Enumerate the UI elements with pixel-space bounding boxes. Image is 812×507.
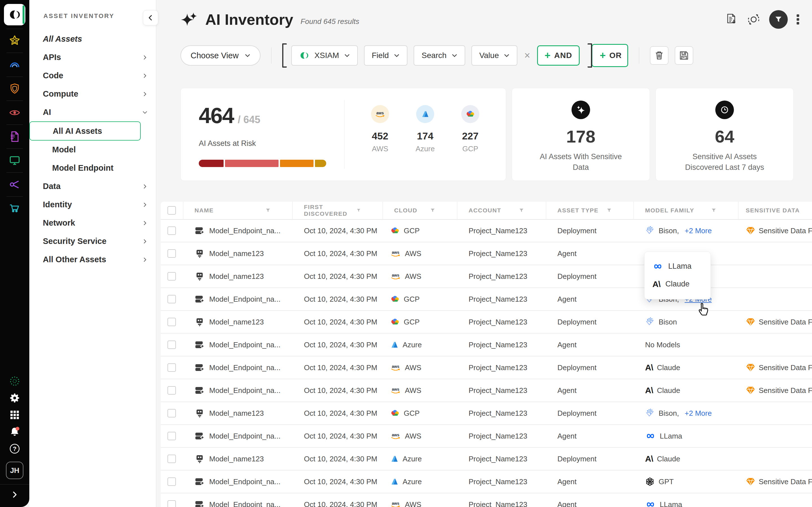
column-header-model-family[interactable]: MODEL FAMILY [634,202,739,219]
table-row[interactable]: Model_Endpoint_na... Oct 10, 2024, 4:30 … [161,494,812,507]
export-report-button[interactable] [725,13,738,26]
model-more-link[interactable]: +2 More [684,409,712,418]
sidebar-item-data[interactable]: Data [29,177,156,195]
table-row[interactable]: Model_Endpoint_na... Oct 10, 2024, 4:30 … [161,379,812,402]
table-row[interactable]: Model_Endpoint_na... Oct 10, 2024, 4:30 … [161,220,812,242]
add-or-button[interactable]: + OR [592,44,628,67]
row-checkbox[interactable] [167,249,176,258]
sidebar-item-compute[interactable]: Compute [29,85,156,103]
remove-filter-icon[interactable]: × [524,50,530,61]
table-row[interactable]: Model_Endpoint_na... Oct 10, 2024, 4:30 … [161,288,812,311]
filter-button[interactable] [769,10,788,29]
row-checkbox[interactable] [167,272,176,281]
expand-rail-chevron-icon[interactable] [6,486,23,503]
row-checkbox[interactable] [167,363,176,372]
table-row[interactable]: Model_Endpoint_na... Oct 10, 2024, 4:30 … [161,356,812,379]
asset-name-cell[interactable]: Model_Endpoint_na... [183,494,293,507]
asset-name-cell[interactable]: Model_Endpoint_na... [183,288,293,310]
settings-gear-icon[interactable] [6,390,23,406]
row-checkbox[interactable] [167,477,176,486]
column-filter-icon[interactable] [711,208,716,213]
sidebar-item-security-service[interactable]: Security Service [29,232,156,250]
row-checkbox[interactable] [167,226,176,235]
save-query-button[interactable] [675,46,693,65]
table-row[interactable]: Model_name123 Oct 10, 2024, 4:30 PM aws … [161,242,812,265]
asset-name-cell[interactable]: Model_name123 [183,402,293,424]
column-filter-icon[interactable] [430,208,435,213]
column-filter-icon[interactable] [266,208,270,213]
column-header-sensitive-data[interactable]: SENSITIVE DATA [739,202,812,219]
row-checkbox[interactable] [167,500,176,507]
column-header-asset-type[interactable]: ASSET TYPE [546,202,634,219]
column-filter-icon[interactable] [357,208,361,213]
sidebar-item-all-ai-assets[interactable]: All AI Assets [29,121,141,140]
favorites-star-icon[interactable] [6,33,23,49]
asset-name-cell[interactable]: Model_Endpoint_na... [183,356,293,379]
delete-query-button[interactable] [650,46,668,65]
threat-eye-icon[interactable] [6,104,23,121]
sidebar-item-model[interactable]: Model [29,140,156,159]
column-header-name[interactable]: NAME [183,202,293,219]
sidebar-item-code[interactable]: Code [29,66,156,85]
table-row[interactable]: Model_name123 Oct 10, 2024, 4:30 PM Azur… [161,448,812,471]
column-header-first-discovered[interactable]: FIRST DISCOVERED [293,202,383,219]
asset-name-cell[interactable]: Model_name123 [183,311,293,333]
table-row[interactable]: Model_name123 Oct 10, 2024, 4:30 PM aws … [161,265,812,288]
table-row[interactable]: Model_Endpoint_na... Oct 10, 2024, 4:30 … [161,334,812,356]
asset-name-cell[interactable]: Model_Endpoint_na... [183,471,293,493]
source-dropdown[interactable]: XSIAM [291,45,357,66]
apps-grid-icon[interactable] [6,406,23,424]
kebab-menu-icon[interactable] [796,13,800,25]
asset-name-cell[interactable]: Model_name123 [183,448,293,470]
sidebar-item-all-assets[interactable]: All Assets [29,30,156,48]
column-header-account[interactable]: ACCOUNT [457,202,546,219]
column-filter-icon[interactable] [519,208,524,213]
row-checkbox[interactable] [167,318,176,326]
row-checkbox[interactable] [167,386,176,395]
row-checkbox[interactable] [167,295,176,303]
sidebar-item-network[interactable]: Network [29,214,156,232]
sidebar-item-apis[interactable]: APIs [29,48,156,66]
help-icon[interactable]: ? [6,440,23,457]
field-dropdown[interactable]: Field [364,45,408,66]
choose-view-dropdown[interactable]: Choose View [181,45,260,66]
sidebar-item-all-other-assets[interactable]: All Other Assets [29,250,156,269]
add-and-button[interactable]: + AND [537,45,580,66]
integrations-branch-icon[interactable] [6,176,23,193]
collapse-sidebar-button[interactable] [143,10,158,25]
table-row[interactable]: Model_name123 Oct 10, 2024, 4:30 PM GCP … [161,311,812,334]
asset-name-cell[interactable]: Model_Endpoint_na... [183,334,293,356]
asset-name-cell[interactable]: Model_Endpoint_na... [183,379,293,401]
sync-status-icon[interactable] [6,373,23,390]
model-more-link[interactable]: +2 More [684,226,712,235]
popup-item-llama[interactable]: LLama [652,262,703,271]
avatar[interactable]: JH [6,462,23,479]
observability-arc-icon[interactable] [6,56,23,73]
row-checkbox[interactable] [167,455,176,463]
value-dropdown[interactable]: Value [471,45,518,66]
sidebar-item-model-endpoint[interactable]: Model Endpoint [29,159,156,177]
endpoint-monitor-icon[interactable] [6,152,23,169]
refresh-sync-button[interactable] [747,12,761,26]
table-row[interactable]: Model_Endpoint_na... Oct 10, 2024, 4:30 … [161,425,812,448]
column-filter-icon[interactable] [607,208,612,213]
asset-name-cell[interactable]: Model_Endpoint_na... [183,220,293,242]
asset-name-cell[interactable]: Model_name123 [183,242,293,265]
asset-name-cell[interactable]: Model_Endpoint_na... [183,425,293,447]
popup-item-claude[interactable]: A\ Claude [652,279,703,289]
notifications-bell-icon[interactable] [6,424,23,440]
table-row[interactable]: Model_name123 Oct 10, 2024, 4:30 PM GCP … [161,402,812,425]
search-dropdown[interactable]: Search [414,45,465,66]
row-checkbox[interactable] [167,432,176,440]
sidebar-item-identity[interactable]: Identity [29,195,156,214]
marketplace-cart-icon[interactable] [6,200,23,217]
row-checkbox[interactable] [167,341,176,349]
cortex-logo[interactable] [4,4,26,25]
security-shield-icon[interactable] [6,80,23,97]
reports-document-icon[interactable] [6,128,23,145]
row-checkbox[interactable] [167,409,176,417]
sidebar-item-ai[interactable]: AI [29,103,156,121]
table-row[interactable]: Model_Endpoint_na... Oct 10, 2024, 4:30 … [161,471,812,494]
asset-name-cell[interactable]: Model_name123 [183,265,293,287]
column-header-cloud[interactable]: CLOUD [383,202,457,219]
